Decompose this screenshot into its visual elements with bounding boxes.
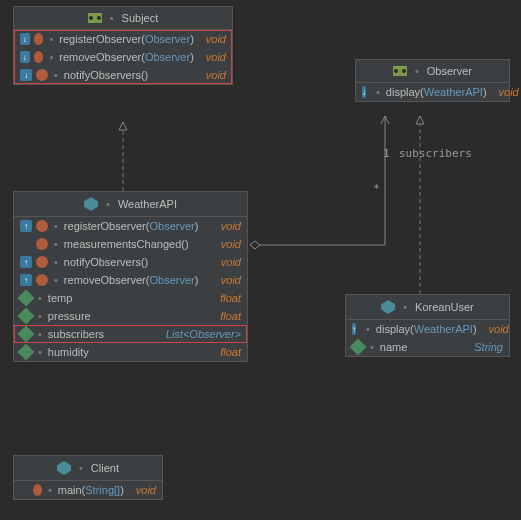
class-header: • KoreanUser — [346, 295, 509, 320]
field-row: • temp float — [14, 289, 247, 307]
class-title: Observer — [427, 65, 472, 77]
class-client: • Client • main(String[]) void — [13, 455, 163, 500]
class-icon — [84, 197, 98, 211]
method-icon — [34, 51, 44, 63]
class-title: KoreanUser — [415, 301, 474, 313]
class-weatherapi: • WeatherAPI ↑ • registerObserver(Observ… — [13, 191, 248, 362]
class-title: Client — [91, 462, 119, 474]
class-header: • Observer — [356, 60, 509, 83]
override-icon: ↑ — [20, 220, 32, 232]
field-icon — [18, 290, 35, 307]
highlight-block: ↓ • registerObserver(Observer) void ↓ • … — [14, 30, 232, 84]
interface-subject: • Subject ↓ • registerObserver(Observer)… — [13, 6, 233, 85]
method-row: • main(String[]) void — [14, 481, 162, 499]
method-row: ↓ • registerObserver(Observer) void — [14, 30, 232, 48]
class-koreanuser: • KoreanUser ↑ • display(WeatherAPI) voi… — [345, 294, 510, 357]
override-icon: ↑ — [20, 256, 32, 268]
class-header: • Client — [14, 456, 162, 481]
class-header: • Subject — [14, 7, 232, 30]
interface-icon — [393, 66, 407, 76]
field-row: • pressure float — [14, 307, 247, 325]
multiplicity-many: * — [373, 182, 380, 195]
method-row: ↑ • notifyObservers() void — [14, 253, 247, 271]
blank-icon — [20, 238, 32, 250]
field-row-highlight: • subscribers List<Observer> — [14, 325, 247, 343]
field-row: • humidity float — [14, 343, 247, 361]
method-row: ↑ • removeObserver(Observer) void — [14, 271, 247, 289]
class-icon — [57, 461, 71, 475]
interface-observer: • Observer ↓ • display(WeatherAPI) void — [355, 59, 510, 102]
method-icon — [36, 220, 48, 232]
class-title: WeatherAPI — [118, 198, 177, 210]
method-icon — [36, 238, 48, 250]
override-icon: ↑ — [20, 274, 32, 286]
method-icon — [33, 484, 42, 496]
field-icon — [18, 326, 35, 343]
method-row: ↓ • display(WeatherAPI) void — [356, 83, 509, 101]
role-subscribers: subscribers — [399, 147, 472, 160]
field-icon — [18, 344, 35, 361]
override-icon: ↓ — [20, 51, 30, 63]
override-icon: ↓ — [20, 69, 32, 81]
method-icon — [36, 256, 48, 268]
field-icon — [350, 339, 367, 356]
override-icon: ↓ — [20, 33, 30, 45]
method-row: ↓ • removeObserver(Observer) void — [14, 48, 232, 66]
field-row: • name String — [346, 338, 509, 356]
method-row: ↓ • notifyObservers() void — [14, 66, 232, 84]
override-icon: ↓ — [362, 86, 366, 98]
method-row: • measurementsChanged() void — [14, 235, 247, 253]
multiplicity-one: 1 — [383, 147, 390, 160]
method-icon — [34, 33, 44, 45]
interface-icon — [88, 13, 102, 23]
override-icon: ↑ — [352, 323, 356, 335]
class-title: Subject — [122, 12, 159, 24]
blank-icon — [20, 484, 29, 496]
class-header: • WeatherAPI — [14, 192, 247, 217]
field-icon — [18, 308, 35, 325]
class-icon — [381, 300, 395, 314]
method-row: ↑ • registerObserver(Observer) void — [14, 217, 247, 235]
method-icon — [36, 69, 48, 81]
method-row: ↑ • display(WeatherAPI) void — [346, 320, 509, 338]
method-icon — [36, 274, 48, 286]
separator-dot: • — [110, 12, 114, 24]
